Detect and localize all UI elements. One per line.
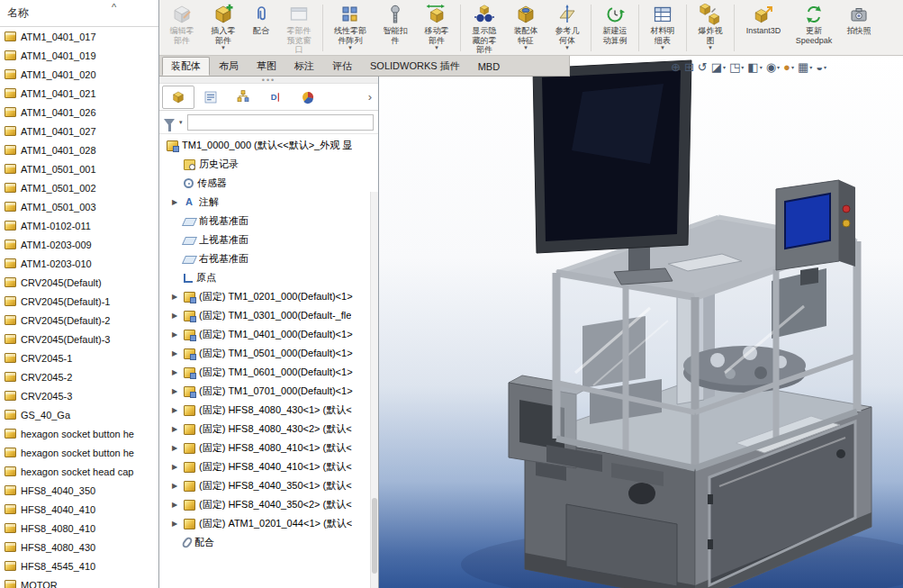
edit-component-button[interactable]: 编辑零 部件 [161,1,203,55]
expand-arrow-icon[interactable]: ▶ [172,387,180,395]
bill-of-materials-button[interactable]: 材料明 细表▼ [642,1,683,55]
expand-arrow-icon[interactable]: ▶ [172,501,180,509]
section-view-icon[interactable]: ◪ ▾ [711,61,726,73]
file-list-item[interactable]: ATM1_0401_027 [0,122,158,140]
file-list-item[interactable]: ATM1_0401_019 [0,46,158,65]
file-list-item[interactable]: hexagon socket button he [0,424,158,443]
file-list-header[interactable]: 名称 ^ [0,0,158,27]
file-list-item[interactable]: CRV2045(Default)-3 [0,330,158,348]
display-style-icon[interactable]: ◧ ▾ [747,61,762,73]
tree-item[interactable]: ▶ (固定) HFS8_4080_430<2> (默认< [159,420,378,439]
tree-item[interactable]: ▶ 右视基准面 [159,249,378,268]
tree-root-item[interactable]: TM1_0000_000 (默认<<默认>_外观 显 [159,136,378,155]
component-preview-window-button[interactable]: 零部件 预览窗 口 [278,1,320,55]
mate-button[interactable]: 配合 [244,1,278,55]
ribbon-tab[interactable]: 草图 [248,57,285,76]
display-manager-tab[interactable] [292,86,324,109]
expand-arrow-icon[interactable]: ▶ [172,293,180,301]
tree-item[interactable]: ▶ 原点 [159,268,378,287]
file-list-item[interactable]: GS_40_Ga [0,405,158,424]
tree-item[interactable]: ▶ 历史记录 [159,155,378,174]
file-list-item[interactable]: MOTOR [0,575,158,588]
file-list-item[interactable]: CRV2045(Default)-1 [0,292,158,311]
ribbon-tab[interactable]: 评估 [323,57,361,76]
configuration-manager-tab[interactable] [227,86,259,109]
file-list-item[interactable]: CRV2045-3 [0,386,158,405]
scrollbar-thumb[interactable] [372,498,377,574]
file-list-item[interactable]: CRV2045(Default)-2 [0,311,158,330]
expand-arrow-icon[interactable]: ▶ [172,349,180,357]
feature-manager-tab[interactable] [162,86,194,109]
tree-item[interactable]: ▶ (固定) TM1_0301_000(Default-_fle [159,306,378,325]
file-list-item[interactable]: ATM1_0501_003 [0,197,158,216]
expand-arrow-icon[interactable]: ▶ [172,368,180,376]
tree-item[interactable]: ▶ (固定) HFS8_4040_350<2> (默认< [159,495,378,514]
expand-arrow-icon[interactable]: ▶ [172,425,180,433]
dimxpert-manager-tab[interactable]: D [259,86,292,109]
file-list-item[interactable]: hexagon socket button he [0,443,158,462]
tree-item[interactable]: ▶ (固定) TM1_0601_000(Default)<1> [159,363,378,382]
instant3d-button[interactable]: Instant3D [737,1,790,55]
file-list-item[interactable]: CRV2045-2 [0,367,158,386]
filter-dropdown-arrow-icon[interactable]: ▾ [179,119,183,126]
tree-item[interactable]: ▶ (固定) TM1_0201_000(Default)<1> [159,287,378,306]
expand-arrow-icon[interactable]: ▶ [172,482,180,490]
expand-arrow-icon[interactable]: ▶ [172,330,180,339]
tree-item[interactable]: ▶ (固定) HFS8_4040_410<1> (默认< [159,457,378,476]
smart-fasteners-button[interactable]: 智能扣 件 [375,1,416,55]
file-list-item[interactable]: ATM1_0401_028 [0,140,158,159]
panel-drag-handle[interactable]: ••• [159,77,378,84]
tree-scrollbar[interactable] [370,192,378,588]
file-list-item[interactable]: HFS8_4040_410 [0,500,158,519]
filter-funnel-icon[interactable] [164,119,175,126]
file-list-item[interactable]: HFS8_4080_430 [0,538,158,556]
file-list-item[interactable]: ATM1-0102-011 [0,216,158,235]
tree-item[interactable]: ▶ (固定) TM1_0401_000(Default)<1> [159,325,378,344]
collapse-arrow-icon[interactable]: ^ [112,2,116,13]
apply-scene-icon[interactable]: ▦ ▾ [798,61,812,73]
file-list-item[interactable]: ATM1_0501_002 [0,178,158,197]
file-list-item[interactable]: ATM1_0501_001 [0,159,158,178]
tree-item[interactable]: ▶ 注解 [159,193,378,212]
property-manager-tab[interactable] [194,86,227,109]
panel-expand-chevron-icon[interactable]: › [365,90,375,104]
ribbon-tab[interactable]: 装配体 [162,57,210,76]
expand-arrow-icon[interactable]: ▶ [172,406,180,414]
zoom-area-icon[interactable]: ⊞ ▾ [684,61,694,73]
move-component-button[interactable]: 移动零 部件▼ [416,1,457,55]
ribbon-tab[interactable]: SOLIDWORKS 插件 [361,57,469,76]
expand-arrow-icon[interactable]: ▶ [172,463,180,471]
file-list-item[interactable]: HFS8_4040_350 [0,481,158,500]
file-list-item[interactable]: ATM1_0401_017 [0,27,158,46]
tree-item[interactable]: ▶ (固定) ATM1_0201_044<1> (默认< [159,514,378,533]
ribbon-tab[interactable]: 标注 [285,57,323,76]
filter-input[interactable] [187,114,374,131]
expand-arrow-icon[interactable]: ▶ [172,444,180,452]
view-settings-icon[interactable]: ◒ ▾ [816,61,826,73]
ribbon-tab[interactable]: 布局 [210,57,248,76]
assembly-features-button[interactable]: 装配体 特征▼ [505,1,546,55]
file-list-item[interactable]: ATM1-0203-010 [0,254,158,273]
file-list-item[interactable]: HFS8_4545_410 [0,556,158,575]
file-list-item[interactable]: CRV2045(Default) [0,273,158,292]
update-speedpak-button[interactable]: 更新 Speedpak [790,1,838,55]
tree-item[interactable]: ▶ (固定) HFS8_4040_350<1> (默认< [159,476,378,495]
expand-arrow-icon[interactable]: ▶ [172,198,180,206]
tree-item[interactable]: ▶ 配合 [159,533,378,552]
hide-show-items-icon[interactable]: ◉ ▾ [766,61,780,73]
tree-item[interactable]: ▶ (固定) TM1_0501_000(Default)<1> [159,344,378,363]
tree-item[interactable]: ▶ 传感器 [159,174,378,193]
previous-view-icon[interactable]: ↺ ▾ [698,61,708,73]
view-orientation-icon[interactable]: ◳ ▾ [729,61,744,73]
tree-item[interactable]: ▶ (固定) HFS8_4080_430<1> (默认< [159,401,378,420]
linear-component-pattern-button[interactable]: 线性零部 件阵列▼ [326,1,375,55]
zoom-fit-icon[interactable]: ⊕ ▾ [671,61,681,73]
new-motion-study-button[interactable]: 新建运 动算例 [594,1,636,55]
yellow-button[interactable] [843,220,850,227]
file-list-item[interactable]: ATM1_0401_026 [0,103,158,122]
expand-arrow-icon[interactable]: ▶ [172,312,180,320]
file-list-item[interactable]: hexagon socket head cap [0,462,158,481]
insert-components-button[interactable]: 插入零 部件▼ [203,1,244,55]
ribbon-tab[interactable]: MBD [469,57,509,76]
file-list-item[interactable]: CRV2045-1 [0,348,158,367]
